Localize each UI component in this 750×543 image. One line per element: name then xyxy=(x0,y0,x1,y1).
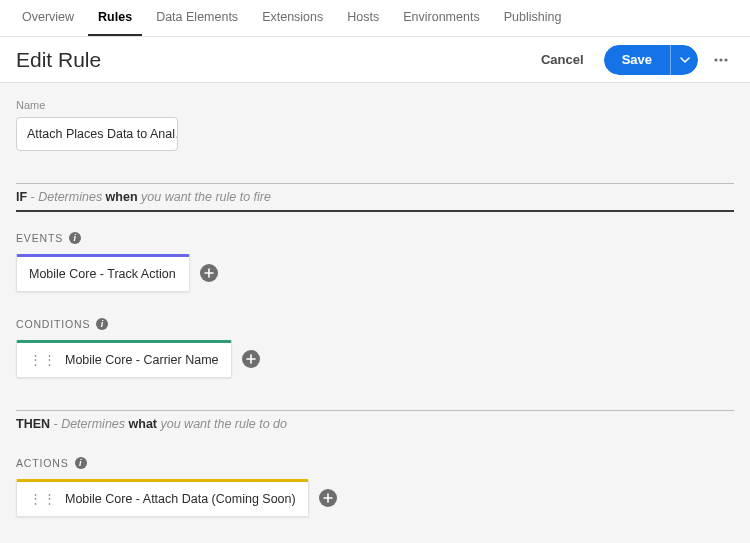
nav-item-data-elements[interactable]: Data Elements xyxy=(146,0,248,36)
if-prefix: IF xyxy=(16,190,27,204)
add-condition-button[interactable] xyxy=(242,350,260,368)
action-card-label: Mobile Core - Attach Data (Coming Soon) xyxy=(65,492,296,506)
header-actions: Cancel Save xyxy=(531,45,734,75)
events-row: Mobile Core - Track Action xyxy=(16,254,734,292)
nav-item-environments[interactable]: Environments xyxy=(393,0,489,36)
then-section: THEN - Determines what you want the rule… xyxy=(16,410,734,517)
then-bar: THEN - Determines what you want the rule… xyxy=(16,410,734,437)
then-suffix: you want the rule to do xyxy=(157,417,287,431)
add-action-button[interactable] xyxy=(319,489,337,507)
save-dropdown-button[interactable] xyxy=(670,45,698,75)
info-icon[interactable]: i xyxy=(96,318,108,330)
page-header: Edit Rule Cancel Save xyxy=(0,37,750,83)
plus-icon xyxy=(204,268,214,278)
save-button[interactable]: Save xyxy=(604,45,670,75)
events-heading: EVENTS i xyxy=(16,232,734,244)
info-icon[interactable]: i xyxy=(69,232,81,244)
actions-heading-label: ACTIONS xyxy=(16,457,69,469)
conditions-row: ⋮⋮ Mobile Core - Carrier Name xyxy=(16,340,734,378)
nav-item-extensions[interactable]: Extensions xyxy=(252,0,333,36)
plus-icon xyxy=(246,354,256,364)
drag-handle-icon[interactable]: ⋮⋮ xyxy=(29,493,57,506)
if-bar: IF - Determines when you want the rule t… xyxy=(16,183,734,212)
nav-item-overview[interactable]: Overview xyxy=(12,0,84,36)
event-card[interactable]: Mobile Core - Track Action xyxy=(16,254,190,292)
nav-item-rules[interactable]: Rules xyxy=(88,0,142,36)
more-icon xyxy=(712,51,730,69)
drag-handle-icon[interactable]: ⋮⋮ xyxy=(29,354,57,367)
nav-item-hosts[interactable]: Hosts xyxy=(337,0,389,36)
if-keyword: when xyxy=(106,190,138,204)
condition-card-label: Mobile Core - Carrier Name xyxy=(65,353,219,367)
name-input[interactable]: Attach Places Data to Anal… xyxy=(16,117,178,151)
actions-heading: ACTIONS i xyxy=(16,457,734,469)
svg-point-2 xyxy=(724,58,727,61)
top-nav: Overview Rules Data Elements Extensions … xyxy=(0,0,750,37)
svg-point-0 xyxy=(714,58,717,61)
info-icon[interactable]: i xyxy=(75,457,87,469)
name-field-group: Name Attach Places Data to Anal… xyxy=(16,99,734,151)
if-mid: - Determines xyxy=(27,190,106,204)
add-event-button[interactable] xyxy=(200,264,218,282)
action-card[interactable]: ⋮⋮ Mobile Core - Attach Data (Coming Soo… xyxy=(16,479,309,517)
content: Name Attach Places Data to Anal… IF - De… xyxy=(0,83,750,533)
condition-card[interactable]: ⋮⋮ Mobile Core - Carrier Name xyxy=(16,340,232,378)
if-section: IF - Determines when you want the rule t… xyxy=(16,183,734,378)
chevron-down-icon xyxy=(680,55,690,65)
conditions-heading: CONDITIONS i xyxy=(16,318,734,330)
then-mid: - Determines xyxy=(50,417,129,431)
then-keyword: what xyxy=(129,417,157,431)
cancel-button[interactable]: Cancel xyxy=(531,46,594,73)
svg-point-1 xyxy=(719,58,722,61)
if-suffix: you want the rule to fire xyxy=(138,190,271,204)
nav-item-publishing[interactable]: Publishing xyxy=(494,0,572,36)
actions-row: ⋮⋮ Mobile Core - Attach Data (Coming Soo… xyxy=(16,479,734,517)
save-split-button: Save xyxy=(604,45,698,75)
more-actions-button[interactable] xyxy=(708,47,734,73)
event-card-label: Mobile Core - Track Action xyxy=(29,267,176,281)
events-heading-label: EVENTS xyxy=(16,232,63,244)
then-prefix: THEN xyxy=(16,417,50,431)
name-label: Name xyxy=(16,99,734,111)
conditions-heading-label: CONDITIONS xyxy=(16,318,90,330)
plus-icon xyxy=(323,493,333,503)
page-title: Edit Rule xyxy=(16,48,101,72)
